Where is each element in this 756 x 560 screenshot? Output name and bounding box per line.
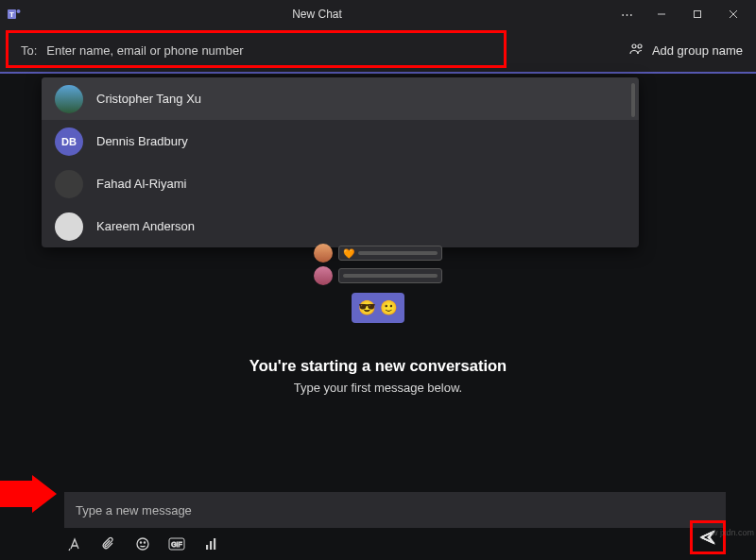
illustration: 🧡 😎 🙂 xyxy=(314,244,442,323)
more-icon[interactable]: ⋯ xyxy=(611,8,644,22)
watermark: w jxdn.com xyxy=(712,528,754,537)
suggestion-name: Kareem Anderson xyxy=(96,219,195,233)
svg-point-7 xyxy=(632,44,636,48)
emoji-card: 😎 🙂 xyxy=(352,293,404,323)
empty-state-subtitle: Type your first message below. xyxy=(294,381,462,395)
attach-icon[interactable] xyxy=(100,535,117,552)
svg-point-12 xyxy=(144,542,145,543)
suggestion-name: Dennis Bradbury xyxy=(96,134,188,148)
to-row: To: Add group name xyxy=(0,28,756,72)
format-icon[interactable] xyxy=(66,535,83,552)
svg-rect-17 xyxy=(214,538,215,550)
header-divider xyxy=(0,72,756,74)
gif-icon[interactable]: GIF xyxy=(168,535,185,552)
suggestion-item[interactable]: Fahad Al-Riyami xyxy=(42,162,639,205)
minimize-button[interactable] xyxy=(644,0,679,28)
teams-icon: T xyxy=(6,6,23,23)
suggestion-scrollbar[interactable] xyxy=(631,83,635,117)
to-input[interactable] xyxy=(46,43,618,58)
window-title: New Chat xyxy=(23,8,611,21)
close-button[interactable] xyxy=(716,0,750,28)
avatar xyxy=(55,212,83,241)
message-input-container xyxy=(64,492,726,528)
suggestion-item[interactable]: Kareem Anderson xyxy=(42,205,639,247)
group-icon xyxy=(629,42,644,59)
empty-state: 🧡 😎 🙂 You're starting a new conversation… xyxy=(0,244,756,395)
titlebar: T New Chat ⋯ xyxy=(0,0,756,28)
svg-text:T: T xyxy=(9,10,14,19)
svg-rect-16 xyxy=(210,541,212,550)
svg-text:GIF: GIF xyxy=(171,541,182,548)
avatar: DB xyxy=(55,127,83,156)
add-group-label: Add group name xyxy=(652,43,743,58)
window-controls xyxy=(644,0,750,28)
svg-point-2 xyxy=(17,9,21,13)
suggestion-item[interactable]: DBDennis Bradbury xyxy=(42,120,639,162)
composer: GIF xyxy=(0,492,756,560)
to-label: To: xyxy=(21,43,37,58)
suggestion-item[interactable]: Cristopher Tang Xu xyxy=(42,77,639,120)
avatar xyxy=(314,244,333,263)
avatar xyxy=(314,266,333,285)
suggestion-dropdown: Cristopher Tang XuDBDennis BradburyFahad… xyxy=(42,77,639,247)
message-input[interactable] xyxy=(76,503,714,518)
chat-bubble-1: 🧡 xyxy=(338,246,442,261)
empty-state-title: You're starting a new conversation xyxy=(249,357,507,375)
avatar xyxy=(55,85,83,113)
svg-rect-4 xyxy=(695,11,701,18)
svg-point-11 xyxy=(140,542,141,543)
composer-toolbar: GIF xyxy=(64,528,726,552)
poll-icon[interactable] xyxy=(202,535,219,552)
svg-rect-15 xyxy=(206,545,208,550)
suggestion-name: Fahad Al-Riyami xyxy=(96,177,186,191)
maximize-button[interactable] xyxy=(680,0,714,28)
chat-bubble-2 xyxy=(338,268,442,283)
svg-point-8 xyxy=(638,44,642,48)
add-group-name-button[interactable]: Add group name xyxy=(629,42,743,59)
avatar xyxy=(55,170,83,198)
suggestion-name: Cristopher Tang Xu xyxy=(96,92,201,106)
emoji-icon[interactable] xyxy=(134,535,151,552)
svg-point-10 xyxy=(137,538,148,550)
send-button[interactable] xyxy=(690,520,726,554)
